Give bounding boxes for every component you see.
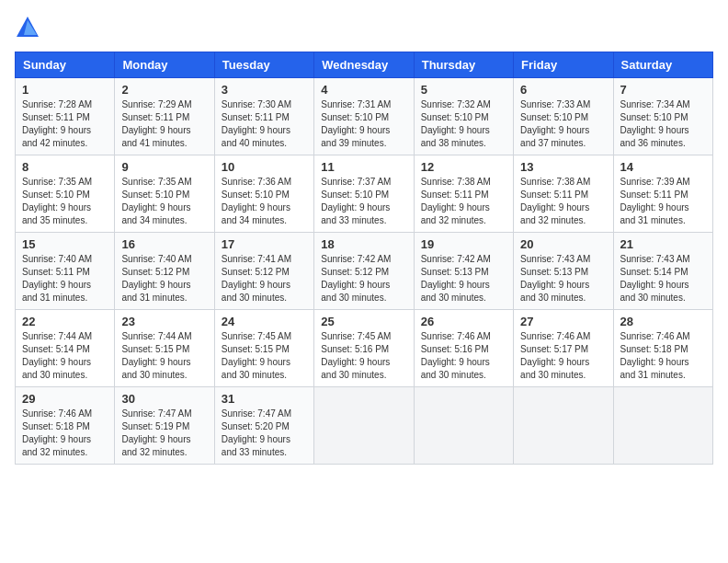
day-info: Sunrise: 7:32 AMSunset: 5:10 PMDaylight:… xyxy=(421,98,506,150)
logo-icon xyxy=(15,15,40,40)
header-day-saturday: Saturday xyxy=(613,52,712,78)
header-day-wednesday: Wednesday xyxy=(314,52,414,78)
calendar-week-row: 29Sunrise: 7:46 AMSunset: 5:18 PMDayligh… xyxy=(16,387,713,465)
day-number: 23 xyxy=(121,315,207,328)
day-number: 22 xyxy=(22,315,108,328)
day-info: Sunrise: 7:46 AMSunset: 5:17 PMDaylight:… xyxy=(520,330,606,382)
calendar-cell: 19Sunrise: 7:42 AMSunset: 5:13 PMDayligh… xyxy=(414,233,513,310)
day-number: 24 xyxy=(222,315,307,328)
header-day-sunday: Sunday xyxy=(16,52,115,78)
day-number: 12 xyxy=(421,160,506,174)
header-day-friday: Friday xyxy=(514,52,613,78)
day-info: Sunrise: 7:42 AMSunset: 5:12 PMDaylight:… xyxy=(321,253,406,304)
day-info: Sunrise: 7:44 AMSunset: 5:15 PMDaylight:… xyxy=(121,330,207,382)
calendar-cell: 23Sunrise: 7:44 AMSunset: 5:15 PMDayligh… xyxy=(115,310,214,387)
day-number: 21 xyxy=(620,237,706,251)
calendar-cell: 3Sunrise: 7:30 AMSunset: 5:11 PMDaylight… xyxy=(214,78,313,155)
day-number: 30 xyxy=(121,392,207,406)
day-info: Sunrise: 7:31 AMSunset: 5:10 PMDaylight:… xyxy=(321,98,406,150)
calendar-cell: 28Sunrise: 7:46 AMSunset: 5:18 PMDayligh… xyxy=(613,310,712,387)
day-number: 20 xyxy=(520,237,606,251)
day-number: 18 xyxy=(321,237,406,251)
day-number: 29 xyxy=(22,392,108,406)
day-info: Sunrise: 7:43 AMSunset: 5:13 PMDaylight:… xyxy=(520,253,606,304)
day-info: Sunrise: 7:29 AMSunset: 5:11 PMDaylight:… xyxy=(121,98,207,150)
calendar-table: SundayMondayTuesdayWednesdayThursdayFrid… xyxy=(15,52,713,465)
calendar-cell: 6Sunrise: 7:33 AMSunset: 5:10 PMDaylight… xyxy=(514,78,613,155)
calendar-cell: 24Sunrise: 7:45 AMSunset: 5:15 PMDayligh… xyxy=(214,310,313,387)
calendar-week-row: 1Sunrise: 7:28 AMSunset: 5:11 PMDaylight… xyxy=(16,78,713,155)
calendar-week-row: 15Sunrise: 7:40 AMSunset: 5:11 PMDayligh… xyxy=(16,233,713,310)
calendar-cell: 14Sunrise: 7:39 AMSunset: 5:11 PMDayligh… xyxy=(613,155,712,233)
day-number: 15 xyxy=(22,237,108,251)
day-info: Sunrise: 7:46 AMSunset: 5:18 PMDaylight:… xyxy=(620,330,706,382)
day-info: Sunrise: 7:47 AMSunset: 5:20 PMDaylight:… xyxy=(222,408,307,459)
calendar-cell: 29Sunrise: 7:46 AMSunset: 5:18 PMDayligh… xyxy=(16,387,115,465)
day-info: Sunrise: 7:38 AMSunset: 5:11 PMDaylight:… xyxy=(520,176,606,227)
calendar-cell: 1Sunrise: 7:28 AMSunset: 5:11 PMDaylight… xyxy=(16,78,115,155)
day-info: Sunrise: 7:37 AMSunset: 5:10 PMDaylight:… xyxy=(321,176,406,227)
calendar-cell xyxy=(314,387,414,465)
day-info: Sunrise: 7:39 AMSunset: 5:11 PMDaylight:… xyxy=(620,176,706,227)
calendar-cell: 2Sunrise: 7:29 AMSunset: 5:11 PMDaylight… xyxy=(115,78,214,155)
calendar-cell: 15Sunrise: 7:40 AMSunset: 5:11 PMDayligh… xyxy=(16,233,115,310)
calendar-cell: 11Sunrise: 7:37 AMSunset: 5:10 PMDayligh… xyxy=(314,155,414,233)
calendar-cell: 27Sunrise: 7:46 AMSunset: 5:17 PMDayligh… xyxy=(514,310,613,387)
calendar-cell: 7Sunrise: 7:34 AMSunset: 5:10 PMDaylight… xyxy=(613,78,712,155)
day-number: 27 xyxy=(520,315,606,328)
header-day-thursday: Thursday xyxy=(414,52,513,78)
day-number: 7 xyxy=(620,83,706,97)
calendar-cell: 12Sunrise: 7:38 AMSunset: 5:11 PMDayligh… xyxy=(414,155,513,233)
calendar-cell xyxy=(414,387,513,465)
day-number: 2 xyxy=(121,83,207,97)
day-info: Sunrise: 7:46 AMSunset: 5:16 PMDaylight:… xyxy=(421,330,506,382)
day-number: 17 xyxy=(222,237,307,251)
day-number: 28 xyxy=(620,315,706,328)
calendar-cell: 17Sunrise: 7:41 AMSunset: 5:12 PMDayligh… xyxy=(214,233,313,310)
day-number: 13 xyxy=(520,160,606,174)
day-number: 19 xyxy=(421,237,506,251)
day-number: 26 xyxy=(421,315,506,328)
day-info: Sunrise: 7:43 AMSunset: 5:14 PMDaylight:… xyxy=(620,253,706,304)
calendar-cell: 21Sunrise: 7:43 AMSunset: 5:14 PMDayligh… xyxy=(613,233,712,310)
calendar-cell: 30Sunrise: 7:47 AMSunset: 5:19 PMDayligh… xyxy=(115,387,214,465)
calendar-cell: 8Sunrise: 7:35 AMSunset: 5:10 PMDaylight… xyxy=(16,155,115,233)
day-info: Sunrise: 7:45 AMSunset: 5:15 PMDaylight:… xyxy=(222,330,307,382)
day-number: 11 xyxy=(321,160,406,174)
day-info: Sunrise: 7:35 AMSunset: 5:10 PMDaylight:… xyxy=(121,176,207,227)
day-info: Sunrise: 7:41 AMSunset: 5:12 PMDaylight:… xyxy=(222,253,307,304)
header-day-tuesday: Tuesday xyxy=(214,52,313,78)
day-number: 8 xyxy=(22,160,108,174)
page-header xyxy=(15,15,713,40)
calendar-cell: 4Sunrise: 7:31 AMSunset: 5:10 PMDaylight… xyxy=(314,78,414,155)
calendar-cell: 18Sunrise: 7:42 AMSunset: 5:12 PMDayligh… xyxy=(314,233,414,310)
day-info: Sunrise: 7:28 AMSunset: 5:11 PMDaylight:… xyxy=(22,98,108,150)
day-info: Sunrise: 7:33 AMSunset: 5:10 PMDaylight:… xyxy=(520,98,606,150)
calendar-cell: 22Sunrise: 7:44 AMSunset: 5:14 PMDayligh… xyxy=(16,310,115,387)
logo xyxy=(15,15,46,40)
calendar-cell: 13Sunrise: 7:38 AMSunset: 5:11 PMDayligh… xyxy=(514,155,613,233)
day-info: Sunrise: 7:34 AMSunset: 5:10 PMDaylight:… xyxy=(620,98,706,150)
day-info: Sunrise: 7:42 AMSunset: 5:13 PMDaylight:… xyxy=(421,253,506,304)
day-info: Sunrise: 7:40 AMSunset: 5:11 PMDaylight:… xyxy=(22,253,108,304)
day-number: 31 xyxy=(222,392,307,406)
calendar-cell: 26Sunrise: 7:46 AMSunset: 5:16 PMDayligh… xyxy=(414,310,513,387)
day-number: 6 xyxy=(520,83,606,97)
day-number: 4 xyxy=(321,83,406,97)
calendar-cell: 9Sunrise: 7:35 AMSunset: 5:10 PMDaylight… xyxy=(115,155,214,233)
day-number: 16 xyxy=(121,237,207,251)
day-info: Sunrise: 7:45 AMSunset: 5:16 PMDaylight:… xyxy=(321,330,406,382)
calendar-cell: 31Sunrise: 7:47 AMSunset: 5:20 PMDayligh… xyxy=(214,387,313,465)
day-number: 9 xyxy=(121,160,207,174)
day-info: Sunrise: 7:46 AMSunset: 5:18 PMDaylight:… xyxy=(22,408,108,459)
day-info: Sunrise: 7:36 AMSunset: 5:10 PMDaylight:… xyxy=(222,176,307,227)
day-info: Sunrise: 7:40 AMSunset: 5:12 PMDaylight:… xyxy=(121,253,207,304)
day-info: Sunrise: 7:30 AMSunset: 5:11 PMDaylight:… xyxy=(222,98,307,150)
day-info: Sunrise: 7:47 AMSunset: 5:19 PMDaylight:… xyxy=(121,408,207,459)
calendar-cell xyxy=(514,387,613,465)
calendar-week-row: 22Sunrise: 7:44 AMSunset: 5:14 PMDayligh… xyxy=(16,310,713,387)
calendar-cell: 25Sunrise: 7:45 AMSunset: 5:16 PMDayligh… xyxy=(314,310,414,387)
header-day-monday: Monday xyxy=(115,52,214,78)
day-info: Sunrise: 7:38 AMSunset: 5:11 PMDaylight:… xyxy=(421,176,506,227)
calendar-cell: 16Sunrise: 7:40 AMSunset: 5:12 PMDayligh… xyxy=(115,233,214,310)
